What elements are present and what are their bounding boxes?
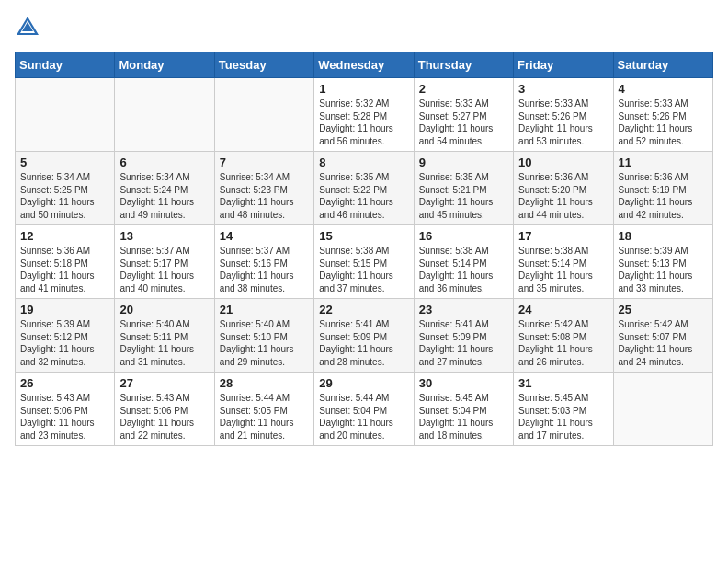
day-info: Sunrise: 5:38 AMSunset: 5:14 PMDaylight:… [419, 245, 508, 294]
day-number: 12 [20, 229, 109, 243]
day-number: 17 [518, 229, 608, 243]
weekday-header-friday: Friday [514, 52, 613, 78]
calendar-cell: 31Sunrise: 5:45 AMSunset: 5:03 PMDayligh… [514, 373, 613, 446]
calendar-cell: 20Sunrise: 5:40 AMSunset: 5:11 PMDayligh… [115, 299, 214, 373]
weekday-header-wednesday: Wednesday [314, 52, 414, 78]
calendar-cell: 26Sunrise: 5:43 AMSunset: 5:06 PMDayligh… [16, 373, 115, 446]
day-info: Sunrise: 5:33 AMSunset: 5:27 PMDaylight:… [419, 98, 508, 147]
day-number: 16 [419, 229, 508, 243]
day-number: 3 [518, 82, 608, 96]
day-number: 10 [518, 155, 608, 169]
day-number: 11 [619, 155, 708, 169]
calendar-cell: 5Sunrise: 5:34 AMSunset: 5:25 PMDaylight… [16, 152, 115, 225]
calendar-cell: 27Sunrise: 5:43 AMSunset: 5:06 PMDayligh… [115, 373, 214, 446]
calendar-cell: 13Sunrise: 5:37 AMSunset: 5:17 PMDayligh… [115, 225, 214, 299]
day-info: Sunrise: 5:45 AMSunset: 5:03 PMDaylight:… [518, 392, 608, 442]
calendar-cell: 7Sunrise: 5:34 AMSunset: 5:23 PMDaylight… [214, 152, 313, 225]
calendar-week-2: 5Sunrise: 5:34 AMSunset: 5:25 PMDaylight… [16, 152, 713, 225]
day-number: 9 [419, 155, 508, 169]
calendar-cell: 16Sunrise: 5:38 AMSunset: 5:14 PMDayligh… [414, 225, 513, 299]
calendar-cell [214, 78, 313, 152]
logo [15, 15, 44, 40]
day-info: Sunrise: 5:33 AMSunset: 5:26 PMDaylight:… [619, 98, 708, 147]
calendar-cell: 22Sunrise: 5:41 AMSunset: 5:09 PMDayligh… [314, 299, 414, 373]
day-info: Sunrise: 5:45 AMSunset: 5:04 PMDaylight:… [419, 392, 508, 442]
calendar-cell: 6Sunrise: 5:34 AMSunset: 5:24 PMDaylight… [115, 152, 214, 225]
calendar-cell: 3Sunrise: 5:33 AMSunset: 5:26 PMDaylight… [514, 78, 613, 152]
day-number: 26 [20, 376, 109, 390]
weekday-header-thursday: Thursday [414, 52, 513, 78]
calendar-header-row: SundayMondayTuesdayWednesdayThursdayFrid… [16, 52, 713, 78]
day-info: Sunrise: 5:34 AMSunset: 5:23 PMDaylight:… [220, 171, 309, 221]
calendar-cell: 15Sunrise: 5:38 AMSunset: 5:15 PMDayligh… [314, 225, 414, 299]
weekday-header-saturday: Saturday [613, 52, 712, 78]
day-number: 2 [419, 82, 508, 96]
calendar-cell: 30Sunrise: 5:45 AMSunset: 5:04 PMDayligh… [414, 373, 513, 446]
page-header [15, 15, 713, 40]
calendar-cell: 17Sunrise: 5:38 AMSunset: 5:14 PMDayligh… [514, 225, 613, 299]
day-number: 22 [319, 303, 408, 316]
calendar-cell: 8Sunrise: 5:35 AMSunset: 5:22 PMDaylight… [314, 152, 414, 225]
day-info: Sunrise: 5:43 AMSunset: 5:06 PMDaylight:… [20, 392, 109, 442]
calendar-cell: 2Sunrise: 5:33 AMSunset: 5:27 PMDaylight… [414, 78, 513, 152]
day-info: Sunrise: 5:37 AMSunset: 5:17 PMDaylight:… [119, 245, 209, 294]
calendar-week-3: 12Sunrise: 5:36 AMSunset: 5:18 PMDayligh… [16, 225, 713, 299]
day-info: Sunrise: 5:35 AMSunset: 5:21 PMDaylight:… [419, 171, 508, 221]
day-number: 21 [220, 303, 309, 316]
calendar-cell [613, 373, 712, 446]
weekday-header-sunday: Sunday [16, 52, 115, 78]
day-number: 27 [119, 376, 209, 390]
day-number: 1 [319, 82, 408, 96]
day-info: Sunrise: 5:39 AMSunset: 5:12 PMDaylight:… [20, 318, 109, 368]
day-info: Sunrise: 5:37 AMSunset: 5:16 PMDaylight:… [220, 245, 309, 294]
calendar-cell: 18Sunrise: 5:39 AMSunset: 5:13 PMDayligh… [613, 225, 712, 299]
day-number: 28 [220, 376, 309, 390]
day-number: 31 [518, 376, 608, 390]
day-number: 20 [119, 303, 209, 316]
calendar-cell: 12Sunrise: 5:36 AMSunset: 5:18 PMDayligh… [16, 225, 115, 299]
calendar-cell [115, 78, 214, 152]
day-info: Sunrise: 5:42 AMSunset: 5:07 PMDaylight:… [619, 318, 708, 368]
day-info: Sunrise: 5:40 AMSunset: 5:10 PMDaylight:… [220, 318, 309, 368]
calendar-cell: 23Sunrise: 5:41 AMSunset: 5:09 PMDayligh… [414, 299, 513, 373]
day-info: Sunrise: 5:43 AMSunset: 5:06 PMDaylight:… [119, 392, 209, 442]
day-info: Sunrise: 5:38 AMSunset: 5:14 PMDaylight:… [518, 245, 608, 294]
calendar-week-5: 26Sunrise: 5:43 AMSunset: 5:06 PMDayligh… [16, 373, 713, 446]
day-number: 19 [20, 303, 109, 316]
calendar-cell: 9Sunrise: 5:35 AMSunset: 5:21 PMDaylight… [414, 152, 513, 225]
calendar-cell: 1Sunrise: 5:32 AMSunset: 5:28 PMDaylight… [314, 78, 414, 152]
calendar-cell: 11Sunrise: 5:36 AMSunset: 5:19 PMDayligh… [613, 152, 712, 225]
day-number: 6 [119, 155, 209, 169]
day-number: 8 [319, 155, 408, 169]
day-number: 15 [319, 229, 408, 243]
day-info: Sunrise: 5:36 AMSunset: 5:20 PMDaylight:… [518, 171, 608, 221]
day-number: 18 [619, 229, 708, 243]
day-number: 30 [419, 376, 508, 390]
day-info: Sunrise: 5:41 AMSunset: 5:09 PMDaylight:… [319, 318, 408, 368]
day-info: Sunrise: 5:34 AMSunset: 5:25 PMDaylight:… [20, 171, 109, 221]
day-number: 4 [619, 82, 708, 96]
calendar-cell: 24Sunrise: 5:42 AMSunset: 5:08 PMDayligh… [514, 299, 613, 373]
day-number: 25 [619, 303, 708, 316]
day-info: Sunrise: 5:36 AMSunset: 5:18 PMDaylight:… [20, 245, 109, 294]
calendar-cell: 25Sunrise: 5:42 AMSunset: 5:07 PMDayligh… [613, 299, 712, 373]
day-info: Sunrise: 5:35 AMSunset: 5:22 PMDaylight:… [319, 171, 408, 221]
day-info: Sunrise: 5:42 AMSunset: 5:08 PMDaylight:… [518, 318, 608, 368]
calendar-cell: 21Sunrise: 5:40 AMSunset: 5:10 PMDayligh… [214, 299, 313, 373]
calendar-cell: 10Sunrise: 5:36 AMSunset: 5:20 PMDayligh… [514, 152, 613, 225]
day-info: Sunrise: 5:32 AMSunset: 5:28 PMDaylight:… [319, 98, 408, 147]
day-info: Sunrise: 5:39 AMSunset: 5:13 PMDaylight:… [619, 245, 708, 294]
logo-icon [15, 15, 40, 40]
day-number: 7 [220, 155, 309, 169]
day-info: Sunrise: 5:44 AMSunset: 5:05 PMDaylight:… [220, 392, 309, 442]
day-number: 23 [419, 303, 508, 316]
calendar-cell: 4Sunrise: 5:33 AMSunset: 5:26 PMDaylight… [613, 78, 712, 152]
day-number: 13 [119, 229, 209, 243]
calendar-cell: 14Sunrise: 5:37 AMSunset: 5:16 PMDayligh… [214, 225, 313, 299]
day-number: 24 [518, 303, 608, 316]
day-info: Sunrise: 5:41 AMSunset: 5:09 PMDaylight:… [419, 318, 508, 368]
weekday-header-monday: Monday [115, 52, 214, 78]
day-number: 14 [220, 229, 309, 243]
day-info: Sunrise: 5:40 AMSunset: 5:11 PMDaylight:… [119, 318, 209, 368]
day-number: 5 [20, 155, 109, 169]
